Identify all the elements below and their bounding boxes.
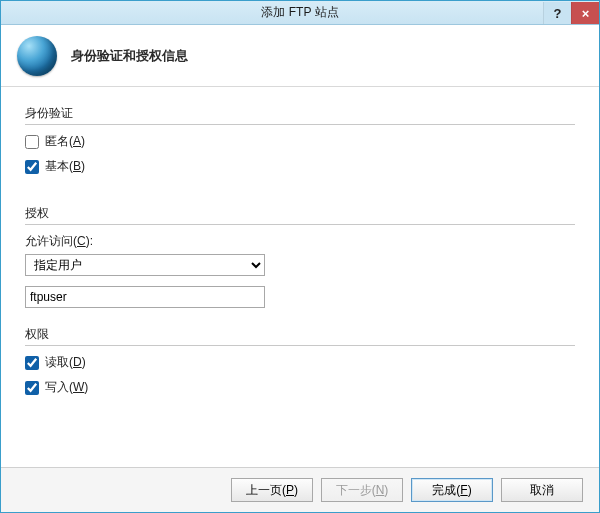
divider (25, 224, 575, 225)
divider (25, 124, 575, 125)
wizard-window: 添加 FTP 站点 ? × 身份验证和授权信息 身份验证 匿名(A) 基本(B)… (0, 0, 600, 513)
wizard-footer: 上一页(P) 下一步(N) 完成(F) 取消 (1, 467, 599, 512)
write-checkbox[interactable] (25, 381, 39, 395)
anonymous-row: 匿名(A) (25, 133, 575, 150)
write-row: 写入(W) (25, 379, 575, 396)
titlebar-controls: ? × (543, 1, 599, 24)
globe-icon (17, 36, 57, 76)
basic-checkbox[interactable] (25, 160, 39, 174)
basic-label[interactable]: 基本(B) (45, 158, 85, 175)
titlebar: 添加 FTP 站点 ? × (1, 1, 599, 25)
finish-button[interactable]: 完成(F) (411, 478, 493, 502)
wizard-header: 身份验证和授权信息 (1, 25, 599, 87)
anonymous-checkbox[interactable] (25, 135, 39, 149)
help-button[interactable]: ? (543, 2, 571, 24)
read-row: 读取(D) (25, 354, 575, 371)
close-button[interactable]: × (571, 2, 599, 24)
allow-access-label: 允许访问(C): (25, 233, 575, 250)
anonymous-label[interactable]: 匿名(A) (45, 133, 85, 150)
authz-section-title: 授权 (25, 205, 575, 222)
window-title: 添加 FTP 站点 (261, 4, 338, 21)
allow-access-select[interactable]: 未选定所有用户匿名用户指定角色或用户组指定用户 (25, 254, 265, 276)
auth-section-title: 身份验证 (25, 105, 575, 122)
content-area: 身份验证 匿名(A) 基本(B) 授权 允许访问(C): 未选定所有用户匿名用户… (1, 87, 599, 467)
perms-section-title: 权限 (25, 326, 575, 343)
read-label[interactable]: 读取(D) (45, 354, 86, 371)
basic-row: 基本(B) (25, 158, 575, 175)
write-label[interactable]: 写入(W) (45, 379, 88, 396)
next-button: 下一步(N) (321, 478, 403, 502)
user-input[interactable] (25, 286, 265, 308)
divider (25, 345, 575, 346)
cancel-button[interactable]: 取消 (501, 478, 583, 502)
previous-button[interactable]: 上一页(P) (231, 478, 313, 502)
read-checkbox[interactable] (25, 356, 39, 370)
page-title: 身份验证和授权信息 (71, 47, 188, 65)
